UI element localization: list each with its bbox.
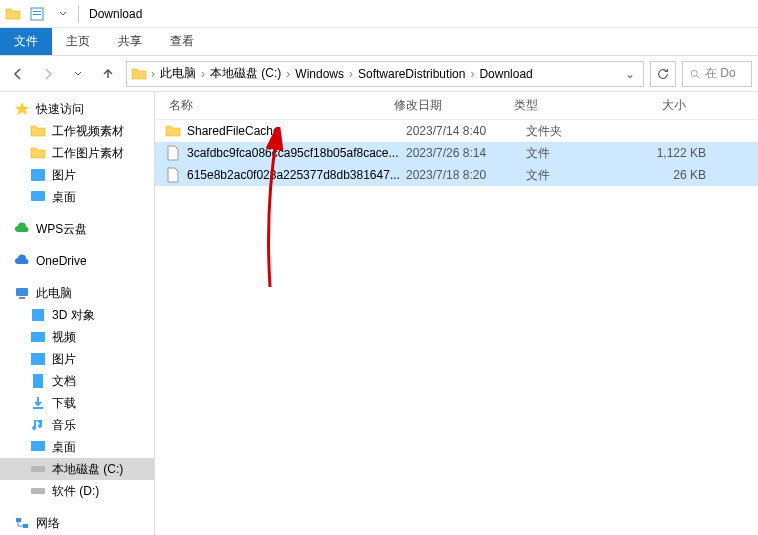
sidebar-item[interactable]: 桌面	[0, 436, 154, 458]
sidebar-item[interactable]: 文档	[0, 370, 154, 392]
up-button[interactable]	[96, 62, 120, 86]
sidebar-item-wps[interactable]: WPS云盘	[0, 218, 154, 240]
svg-rect-12	[31, 441, 45, 451]
forward-button[interactable]	[36, 62, 60, 86]
pc-icon	[14, 285, 30, 301]
window-title: Download	[89, 7, 142, 21]
file-name: 615e8b2ac0f028a225377d8db381647...	[187, 168, 406, 182]
breadcrumb[interactable]: › 此电脑 › 本地磁盘 (C:) › Windows › SoftwareDi…	[126, 61, 644, 87]
tab-share[interactable]: 共享	[104, 28, 156, 55]
drive-icon	[30, 483, 46, 499]
file-date: 2023/7/26 8:14	[406, 146, 526, 160]
svg-rect-7	[19, 297, 25, 299]
svg-rect-10	[31, 353, 45, 365]
svg-rect-4	[31, 169, 45, 181]
sidebar-item-onedrive[interactable]: OneDrive	[0, 250, 154, 272]
address-bar: › 此电脑 › 本地磁盘 (C:) › Windows › SoftwareDi…	[0, 56, 758, 92]
column-headers[interactable]: 名称 修改日期 类型 大小	[155, 92, 758, 120]
downloads-icon	[30, 395, 46, 411]
documents-icon	[30, 373, 46, 389]
file-date: 2023/7/14 8:40	[406, 124, 526, 138]
file-size: 26 KB	[626, 168, 706, 182]
breadcrumb-segment[interactable]: Windows	[290, 67, 349, 81]
svg-rect-2	[33, 14, 41, 15]
desktop-icon	[30, 189, 46, 205]
breadcrumb-segment[interactable]: Download	[474, 67, 537, 81]
sidebar-item[interactable]: 下载	[0, 392, 154, 414]
sidebar-item-drive-d[interactable]: 软件 (D:)	[0, 480, 154, 502]
sidebar-item[interactable]: 3D 对象	[0, 304, 154, 326]
file-type: 文件夹	[526, 123, 626, 140]
back-button[interactable]	[6, 62, 30, 86]
music-icon	[30, 417, 46, 433]
breadcrumb-segment[interactable]: SoftwareDistribution	[353, 67, 470, 81]
column-name[interactable]: 名称	[165, 97, 390, 114]
sidebar-item[interactable]: 图片	[0, 164, 154, 186]
pictures-icon	[30, 167, 46, 183]
chevron-down-icon[interactable]: ⌄	[621, 67, 639, 81]
svg-rect-5	[31, 191, 45, 201]
file-icon	[165, 145, 181, 161]
svg-point-3	[691, 70, 697, 76]
search-input[interactable]: 在 Do	[682, 61, 752, 87]
sidebar-item-quick-access[interactable]: 快速访问	[0, 98, 154, 120]
svg-rect-15	[16, 518, 21, 522]
search-icon	[689, 68, 701, 80]
star-icon	[14, 101, 30, 117]
svg-rect-8	[32, 309, 44, 321]
svg-rect-1	[33, 11, 41, 12]
file-row[interactable]: SharedFileCache2023/7/14 8:40文件夹	[155, 120, 758, 142]
column-size[interactable]: 大小	[610, 97, 690, 114]
column-date[interactable]: 修改日期	[390, 97, 510, 114]
pictures-icon	[30, 351, 46, 367]
sidebar-item-drive-c[interactable]: 本地磁盘 (C:)	[0, 458, 154, 480]
sidebar-item[interactable]: 桌面	[0, 186, 154, 208]
file-name: 3cafdbc9fca086cca95cf18b05af8cace...	[187, 146, 406, 160]
svg-rect-9	[31, 332, 45, 342]
svg-rect-11	[33, 374, 43, 388]
sidebar-item[interactable]: 音乐	[0, 414, 154, 436]
drive-icon	[30, 461, 46, 477]
qat-dropdown-icon[interactable]	[52, 3, 74, 25]
sidebar-item-network[interactable]: 网络	[0, 512, 154, 534]
navigation-pane[interactable]: 快速访问 工作视频素材 工作图片素材 图片 桌面 WPS云盘 OneDrive	[0, 92, 155, 535]
folder-icon	[30, 145, 46, 161]
folder-icon	[30, 123, 46, 139]
sidebar-item[interactable]: 图片	[0, 348, 154, 370]
file-type: 文件	[526, 145, 626, 162]
desktop-icon	[30, 439, 46, 455]
folder-icon	[4, 3, 26, 25]
breadcrumb-segment[interactable]: 本地磁盘 (C:)	[205, 65, 286, 82]
objects3d-icon	[30, 307, 46, 323]
file-row[interactable]: 3cafdbc9fca086cca95cf18b05af8cace...2023…	[155, 142, 758, 164]
tab-file[interactable]: 文件	[0, 28, 52, 55]
titlebar-divider	[78, 5, 79, 23]
sidebar-item-this-pc[interactable]: 此电脑	[0, 282, 154, 304]
tab-view[interactable]: 查看	[156, 28, 208, 55]
file-list-pane: 名称 修改日期 类型 大小 SharedFileCache2023/7/14 8…	[155, 92, 758, 535]
file-size: 1,122 KB	[626, 146, 706, 160]
cloud-icon	[14, 221, 30, 237]
cloud-icon	[14, 253, 30, 269]
sidebar-item[interactable]: 视频	[0, 326, 154, 348]
sidebar-item[interactable]: 工作视频素材	[0, 120, 154, 142]
folder-icon	[131, 66, 147, 82]
network-icon	[14, 515, 30, 531]
file-type: 文件	[526, 167, 626, 184]
recent-dropdown[interactable]	[66, 62, 90, 86]
breadcrumb-segment[interactable]: 此电脑	[155, 65, 201, 82]
file-row[interactable]: 615e8b2ac0f028a225377d8db381647...2023/7…	[155, 164, 758, 186]
tab-home[interactable]: 主页	[52, 28, 104, 55]
video-icon	[30, 329, 46, 345]
folder-icon	[165, 123, 181, 139]
file-rows: SharedFileCache2023/7/14 8:40文件夹3cafdbc9…	[155, 120, 758, 186]
svg-rect-6	[16, 288, 28, 296]
file-date: 2023/7/18 8:20	[406, 168, 526, 182]
refresh-button[interactable]	[650, 61, 676, 87]
column-type[interactable]: 类型	[510, 97, 610, 114]
file-icon	[165, 167, 181, 183]
search-placeholder: 在 Do	[705, 65, 736, 82]
file-name: SharedFileCache	[187, 124, 406, 138]
qat-properties-icon[interactable]	[28, 3, 50, 25]
sidebar-item[interactable]: 工作图片素材	[0, 142, 154, 164]
